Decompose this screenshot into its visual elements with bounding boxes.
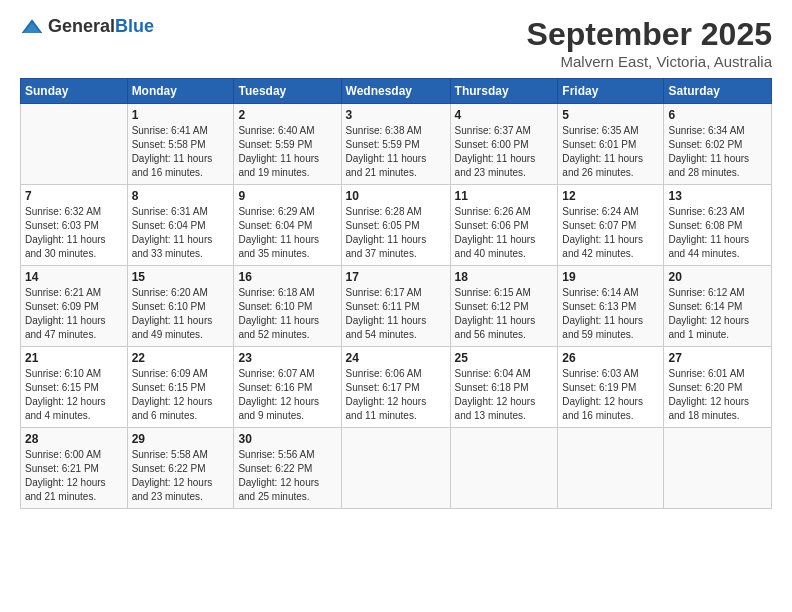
day-number: 24 (346, 351, 446, 365)
day-cell: 9Sunrise: 6:29 AMSunset: 6:04 PMDaylight… (234, 185, 341, 266)
page: GeneralBlue September 2025 Malvern East,… (0, 0, 792, 519)
day-cell (558, 428, 664, 509)
day-info: Sunrise: 6:40 AMSunset: 5:59 PMDaylight:… (238, 124, 336, 180)
day-number: 29 (132, 432, 230, 446)
day-number: 7 (25, 189, 123, 203)
day-info: Sunrise: 6:10 AMSunset: 6:15 PMDaylight:… (25, 367, 123, 423)
day-info: Sunrise: 6:35 AMSunset: 6:01 PMDaylight:… (562, 124, 659, 180)
day-cell: 22Sunrise: 6:09 AMSunset: 6:15 PMDayligh… (127, 347, 234, 428)
weekday-row: SundayMondayTuesdayWednesdayThursdayFrid… (21, 79, 772, 104)
logo-icon (20, 17, 44, 37)
day-number: 16 (238, 270, 336, 284)
day-cell (450, 428, 558, 509)
weekday-header-thursday: Thursday (450, 79, 558, 104)
day-info: Sunrise: 6:01 AMSunset: 6:20 PMDaylight:… (668, 367, 767, 423)
day-info: Sunrise: 6:21 AMSunset: 6:09 PMDaylight:… (25, 286, 123, 342)
day-number: 20 (668, 270, 767, 284)
day-info: Sunrise: 6:07 AMSunset: 6:16 PMDaylight:… (238, 367, 336, 423)
day-cell: 20Sunrise: 6:12 AMSunset: 6:14 PMDayligh… (664, 266, 772, 347)
day-cell: 1Sunrise: 6:41 AMSunset: 5:58 PMDaylight… (127, 104, 234, 185)
day-number: 25 (455, 351, 554, 365)
day-cell: 4Sunrise: 6:37 AMSunset: 6:00 PMDaylight… (450, 104, 558, 185)
calendar-header: SundayMondayTuesdayWednesdayThursdayFrid… (21, 79, 772, 104)
week-row-1: 7Sunrise: 6:32 AMSunset: 6:03 PMDaylight… (21, 185, 772, 266)
day-info: Sunrise: 6:37 AMSunset: 6:00 PMDaylight:… (455, 124, 554, 180)
day-number: 12 (562, 189, 659, 203)
day-cell: 21Sunrise: 6:10 AMSunset: 6:15 PMDayligh… (21, 347, 128, 428)
weekday-header-friday: Friday (558, 79, 664, 104)
day-number: 19 (562, 270, 659, 284)
day-cell: 26Sunrise: 6:03 AMSunset: 6:19 PMDayligh… (558, 347, 664, 428)
day-cell: 15Sunrise: 6:20 AMSunset: 6:10 PMDayligh… (127, 266, 234, 347)
week-row-4: 28Sunrise: 6:00 AMSunset: 6:21 PMDayligh… (21, 428, 772, 509)
day-cell: 11Sunrise: 6:26 AMSunset: 6:06 PMDayligh… (450, 185, 558, 266)
day-number: 8 (132, 189, 230, 203)
month-title: September 2025 (527, 16, 772, 53)
day-cell: 27Sunrise: 6:01 AMSunset: 6:20 PMDayligh… (664, 347, 772, 428)
day-info: Sunrise: 6:14 AMSunset: 6:13 PMDaylight:… (562, 286, 659, 342)
day-info: Sunrise: 6:23 AMSunset: 6:08 PMDaylight:… (668, 205, 767, 261)
day-number: 4 (455, 108, 554, 122)
day-info: Sunrise: 6:20 AMSunset: 6:10 PMDaylight:… (132, 286, 230, 342)
day-info: Sunrise: 6:04 AMSunset: 6:18 PMDaylight:… (455, 367, 554, 423)
day-number: 26 (562, 351, 659, 365)
day-info: Sunrise: 6:32 AMSunset: 6:03 PMDaylight:… (25, 205, 123, 261)
day-cell: 3Sunrise: 6:38 AMSunset: 5:59 PMDaylight… (341, 104, 450, 185)
day-cell: 2Sunrise: 6:40 AMSunset: 5:59 PMDaylight… (234, 104, 341, 185)
day-cell: 30Sunrise: 5:56 AMSunset: 6:22 PMDayligh… (234, 428, 341, 509)
day-info: Sunrise: 6:34 AMSunset: 6:02 PMDaylight:… (668, 124, 767, 180)
day-number: 2 (238, 108, 336, 122)
day-info: Sunrise: 5:56 AMSunset: 6:22 PMDaylight:… (238, 448, 336, 504)
weekday-header-saturday: Saturday (664, 79, 772, 104)
day-number: 15 (132, 270, 230, 284)
day-cell: 5Sunrise: 6:35 AMSunset: 6:01 PMDaylight… (558, 104, 664, 185)
calendar-table: SundayMondayTuesdayWednesdayThursdayFrid… (20, 78, 772, 509)
day-info: Sunrise: 6:15 AMSunset: 6:12 PMDaylight:… (455, 286, 554, 342)
day-info: Sunrise: 6:26 AMSunset: 6:06 PMDaylight:… (455, 205, 554, 261)
day-number: 14 (25, 270, 123, 284)
header-area: GeneralBlue September 2025 Malvern East,… (20, 16, 772, 70)
day-cell: 25Sunrise: 6:04 AMSunset: 6:18 PMDayligh… (450, 347, 558, 428)
title-area: September 2025 Malvern East, Victoria, A… (527, 16, 772, 70)
day-info: Sunrise: 6:00 AMSunset: 6:21 PMDaylight:… (25, 448, 123, 504)
logo-blue: Blue (115, 16, 154, 36)
week-row-0: 1Sunrise: 6:41 AMSunset: 5:58 PMDaylight… (21, 104, 772, 185)
day-info: Sunrise: 6:29 AMSunset: 6:04 PMDaylight:… (238, 205, 336, 261)
day-cell: 12Sunrise: 6:24 AMSunset: 6:07 PMDayligh… (558, 185, 664, 266)
day-cell: 19Sunrise: 6:14 AMSunset: 6:13 PMDayligh… (558, 266, 664, 347)
day-cell (341, 428, 450, 509)
day-number: 5 (562, 108, 659, 122)
day-number: 18 (455, 270, 554, 284)
day-number: 23 (238, 351, 336, 365)
day-info: Sunrise: 6:03 AMSunset: 6:19 PMDaylight:… (562, 367, 659, 423)
calendar-body: 1Sunrise: 6:41 AMSunset: 5:58 PMDaylight… (21, 104, 772, 509)
weekday-header-tuesday: Tuesday (234, 79, 341, 104)
logo-general: General (48, 16, 115, 36)
day-info: Sunrise: 6:24 AMSunset: 6:07 PMDaylight:… (562, 205, 659, 261)
day-cell: 29Sunrise: 5:58 AMSunset: 6:22 PMDayligh… (127, 428, 234, 509)
day-cell: 8Sunrise: 6:31 AMSunset: 6:04 PMDaylight… (127, 185, 234, 266)
day-number: 10 (346, 189, 446, 203)
day-info: Sunrise: 6:12 AMSunset: 6:14 PMDaylight:… (668, 286, 767, 342)
day-info: Sunrise: 6:17 AMSunset: 6:11 PMDaylight:… (346, 286, 446, 342)
day-number: 11 (455, 189, 554, 203)
day-cell: 13Sunrise: 6:23 AMSunset: 6:08 PMDayligh… (664, 185, 772, 266)
day-cell: 17Sunrise: 6:17 AMSunset: 6:11 PMDayligh… (341, 266, 450, 347)
day-cell: 28Sunrise: 6:00 AMSunset: 6:21 PMDayligh… (21, 428, 128, 509)
logo-text: GeneralBlue (48, 16, 154, 37)
day-cell: 24Sunrise: 6:06 AMSunset: 6:17 PMDayligh… (341, 347, 450, 428)
week-row-2: 14Sunrise: 6:21 AMSunset: 6:09 PMDayligh… (21, 266, 772, 347)
day-number: 3 (346, 108, 446, 122)
day-cell: 14Sunrise: 6:21 AMSunset: 6:09 PMDayligh… (21, 266, 128, 347)
day-info: Sunrise: 6:28 AMSunset: 6:05 PMDaylight:… (346, 205, 446, 261)
logo: GeneralBlue (20, 16, 154, 37)
day-cell: 7Sunrise: 6:32 AMSunset: 6:03 PMDaylight… (21, 185, 128, 266)
weekday-header-wednesday: Wednesday (341, 79, 450, 104)
day-cell: 23Sunrise: 6:07 AMSunset: 6:16 PMDayligh… (234, 347, 341, 428)
day-number: 27 (668, 351, 767, 365)
day-cell: 6Sunrise: 6:34 AMSunset: 6:02 PMDaylight… (664, 104, 772, 185)
day-cell: 16Sunrise: 6:18 AMSunset: 6:10 PMDayligh… (234, 266, 341, 347)
day-number: 21 (25, 351, 123, 365)
weekday-header-monday: Monday (127, 79, 234, 104)
day-number: 28 (25, 432, 123, 446)
